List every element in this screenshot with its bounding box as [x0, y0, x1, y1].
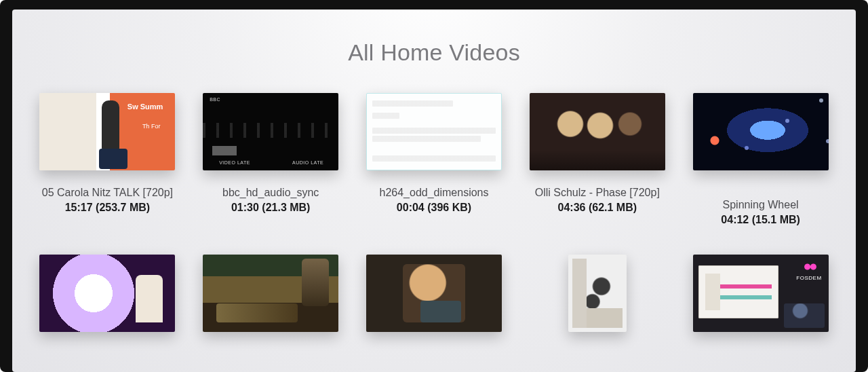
video-size: 253.7 MB	[99, 202, 146, 213]
thumb-decoration	[372, 128, 496, 134]
thumb-decoration	[372, 136, 481, 142]
video-meta: 05 Carola Nitz TALK [720p] 15:17 (253.7 …	[42, 185, 173, 214]
thumb-decoration	[372, 113, 399, 119]
video-detail: 15:17 (253.7 MB)	[42, 202, 173, 214]
video-meta: h264_odd_dimensions 00:04 (396 KB)	[379, 185, 488, 214]
tv-bezel: All Home Videos Sw Summ Th For 05 Carola…	[0, 0, 868, 372]
video-thumbnail[interactable]: FOSDEM	[693, 255, 829, 332]
video-name: 05 Carola Nitz TALK [720p]	[42, 185, 173, 200]
thumb-decoration	[784, 303, 825, 328]
video-size: 15.1 MB	[755, 214, 796, 225]
thumb-decoration	[803, 263, 818, 271]
video-item[interactable]: BBC VIDEO LATE AUDIO LATE bbc_hd_audio_s…	[203, 93, 339, 226]
page-title: All Home Videos	[12, 39, 856, 66]
thumb-overlay-text: FOSDEM	[796, 275, 821, 281]
video-duration: 01:30	[231, 202, 259, 213]
thumb-decoration	[372, 100, 453, 107]
video-thumbnail[interactable]	[366, 93, 502, 170]
video-item[interactable]: Sw Summ Th For 05 Carola Nitz TALK [720p…	[39, 93, 176, 226]
video-item[interactable]: Spinning Wheel 04:12 (15.1 MB)	[692, 93, 829, 226]
video-meta: bbc_hd_audio_sync 01:30 (21.3 MB)	[222, 185, 319, 214]
video-thumbnail[interactable]	[366, 255, 502, 332]
video-item[interactable]	[39, 255, 176, 332]
video-meta: Olli Schulz - Phase [720p] 04:36 (62.1 M…	[535, 185, 660, 214]
video-duration: 15:17	[65, 202, 93, 213]
video-item[interactable]: h264_odd_dimensions 00:04 (396 KB)	[366, 93, 502, 226]
video-size: 21.3 MB	[266, 202, 307, 213]
thumb-overlay-text: VIDEO LATE	[219, 160, 250, 165]
video-item[interactable]: Olli Schulz - Phase [720p] 04:36 (62.1 M…	[529, 93, 665, 226]
video-detail: 01:30 (21.3 MB)	[222, 202, 319, 214]
video-item[interactable]	[529, 255, 665, 332]
video-meta: Spinning Wheel 04:12 (15.1 MB)	[721, 198, 800, 226]
video-size: 396 KB	[431, 202, 468, 213]
video-thumbnail[interactable]	[530, 93, 665, 170]
video-thumbnail[interactable]: Sw Summ Th For	[39, 93, 175, 170]
video-name: Olli Schulz - Phase [720p]	[535, 185, 660, 200]
video-item[interactable]: FOSDEM	[692, 255, 829, 332]
thumb-overlay-text: BBC	[210, 97, 220, 102]
video-thumbnail[interactable]	[568, 255, 627, 332]
video-detail: 04:36 (62.1 MB)	[535, 202, 660, 214]
video-duration: 00:04	[397, 202, 425, 213]
screen: All Home Videos Sw Summ Th For 05 Carola…	[12, 10, 856, 372]
video-grid: Sw Summ Th For 05 Carola Nitz TALK [720p…	[12, 66, 856, 332]
video-thumbnail[interactable]	[203, 255, 338, 332]
video-name: h264_odd_dimensions	[379, 185, 488, 200]
thumb-overlay-text: AUDIO LATE	[292, 160, 323, 165]
video-thumbnail[interactable]	[39, 255, 175, 332]
video-duration: 04:36	[558, 202, 586, 213]
video-name: bbc_hd_audio_sync	[222, 185, 319, 200]
thumb-overlay-text: Sw Summ	[127, 103, 163, 111]
video-thumbnail[interactable]	[693, 93, 829, 170]
thumb-decoration	[372, 155, 496, 162]
video-duration: 04:12	[721, 214, 749, 225]
video-thumbnail[interactable]: BBC VIDEO LATE AUDIO LATE	[203, 93, 338, 170]
video-name: Spinning Wheel	[721, 198, 800, 212]
video-item[interactable]	[366, 255, 502, 332]
video-detail: 04:12 (15.1 MB)	[721, 214, 800, 226]
video-item[interactable]	[203, 255, 339, 332]
video-size: 62.1 MB	[592, 202, 633, 213]
video-detail: 00:04 (396 KB)	[379, 202, 488, 214]
thumb-overlay-text: Th For	[142, 123, 161, 130]
